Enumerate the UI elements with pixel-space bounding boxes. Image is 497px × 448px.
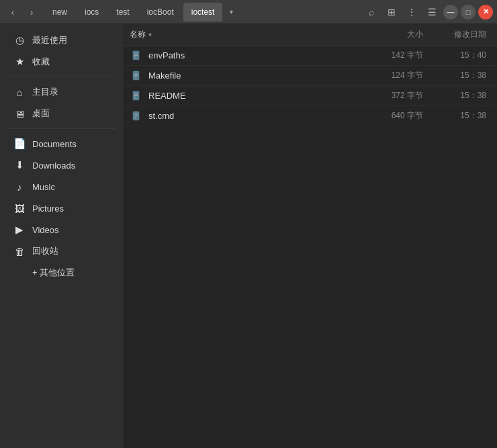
search-button[interactable]: ⌕ (363, 3, 380, 21)
tab-iocs[interactable]: iocs (77, 3, 107, 21)
file-size: 372 字节 (377, 90, 431, 101)
grid-button[interactable]: ⊞ (383, 3, 400, 21)
sidebar: ◷最近使用★收藏⌂主目录🖥桌面📄Documents⬇Downloads♪Musi… (0, 24, 124, 448)
desktop-icon: 🖥 (13, 107, 26, 120)
file-name: envPaths (148, 50, 377, 60)
sidebar-item-music[interactable]: ♪Music (3, 176, 121, 197)
tab-ioctest[interactable]: ioctest (183, 3, 223, 21)
close-button[interactable]: ✕ (478, 5, 493, 19)
date-column-header[interactable]: 修改日期 (431, 29, 492, 40)
sidebar-item-desktop[interactable]: 🖥桌面 (3, 103, 121, 124)
file-name: st.cmd (148, 111, 377, 121)
maximize-button[interactable]: □ (461, 5, 476, 19)
table-row[interactable]: README372 字节15：38 (124, 86, 497, 106)
file-icon (130, 89, 144, 103)
sidebar-item-label-music: Music (32, 182, 55, 192)
tab-list: newiocstestiocBootioctest▾ (44, 3, 361, 21)
sidebar-item-trash[interactable]: 🗑回收站 (3, 240, 121, 262)
sidebar-item-videos[interactable]: ▶Videos (3, 219, 121, 240)
forward-button[interactable]: › (23, 3, 40, 21)
sidebar-item-home[interactable]: ⌂主目录 (3, 81, 121, 103)
titlebar-actions: ⌕ ⊞ ⋮ ☰ — □ ✕ (363, 3, 493, 21)
tab-test[interactable]: test (108, 3, 137, 21)
favorites-icon: ★ (13, 56, 26, 68)
videos-icon: ▶ (13, 224, 26, 236)
file-date: 15：40 (431, 50, 492, 61)
tab-new[interactable]: new (44, 3, 75, 21)
trash-icon: 🗑 (13, 245, 26, 257)
file-name: README (148, 91, 377, 101)
sidebar-item-label-videos: Videos (32, 225, 59, 235)
music-icon: ♪ (13, 181, 26, 193)
file-date: 15：38 (431, 70, 492, 81)
nav-buttons: ‹ › (4, 3, 40, 21)
table-row[interactable]: st.cmd640 字节15：38 (124, 106, 497, 126)
sidebar-item-label-trash: 回收站 (32, 245, 58, 257)
downloads-icon: ⬇ (13, 159, 26, 171)
minimize-button[interactable]: — (443, 5, 458, 19)
file-header: 名称 ▾ 大小 修改日期 (124, 24, 497, 46)
home-icon: ⌂ (13, 86, 26, 98)
size-column-header[interactable]: 大小 (377, 29, 431, 40)
documents-icon: 📄 (13, 138, 26, 150)
file-icon (130, 69, 144, 83)
titlebar: ‹ › newiocstestiocBootioctest▾ ⌕ ⊞ ⋮ ☰ —… (0, 0, 497, 24)
tab-iocBoot[interactable]: iocBoot (139, 3, 182, 21)
file-size: 640 字节 (377, 110, 431, 122)
sidebar-item-favorites[interactable]: ★收藏 (3, 51, 121, 73)
sidebar-item-label-home: 主目录 (32, 86, 58, 98)
sidebar-item-recent[interactable]: ◷最近使用 (3, 30, 121, 51)
sort-arrow-icon: ▾ (148, 31, 152, 38)
hamburger-button[interactable]: ☰ (423, 3, 441, 21)
table-row[interactable]: envPaths142 字节15：40 (124, 46, 497, 66)
sidebar-item-label-documents: Documents (32, 139, 77, 149)
file-size: 142 字节 (377, 50, 431, 61)
sidebar-item-downloads[interactable]: ⬇Downloads (3, 154, 121, 176)
name-column-header[interactable]: 名称 ▾ (130, 29, 377, 40)
main-layout: ◷最近使用★收藏⌂主目录🖥桌面📄Documents⬇Downloads♪Musi… (0, 24, 497, 448)
dots-button[interactable]: ⋮ (403, 3, 420, 21)
file-size: 124 字节 (377, 70, 431, 81)
tab-dropdown-icon[interactable]: ▾ (225, 6, 237, 18)
recent-icon: ◷ (13, 34, 26, 46)
sidebar-item-label-recent: 最近使用 (32, 34, 67, 46)
back-button[interactable]: ‹ (4, 3, 21, 21)
sidebar-item-label-pictures: Pictures (32, 204, 64, 214)
sidebar-item-pictures[interactable]: 🖼Pictures (3, 197, 121, 219)
file-icon (130, 109, 144, 124)
sidebar-item-label-downloads: Downloads (32, 161, 75, 171)
sidebar-divider (8, 77, 116, 77)
sidebar-item-documents[interactable]: 📄Documents (3, 133, 121, 154)
file-date: 15：38 (431, 110, 492, 122)
other-locations-label: + 其他位置 (32, 267, 75, 279)
sidebar-item-label-desktop: 桌面 (32, 107, 50, 120)
table-row[interactable]: Makefile124 字节15：38 (124, 66, 497, 86)
sidebar-divider (8, 128, 116, 129)
file-area: 名称 ▾ 大小 修改日期 envPaths142 字节15：40 Makefil… (124, 24, 497, 448)
file-date: 15：38 (431, 90, 492, 101)
sidebar-item-label-favorites: 收藏 (32, 56, 50, 68)
pictures-icon: 🖼 (13, 202, 26, 214)
file-name: Makefile (148, 71, 377, 81)
file-icon (130, 48, 144, 63)
file-list: envPaths142 字节15：40 Makefile124 字节15：38 … (124, 46, 497, 448)
sidebar-item-other-locations[interactable]: + 其他位置 (3, 262, 121, 283)
